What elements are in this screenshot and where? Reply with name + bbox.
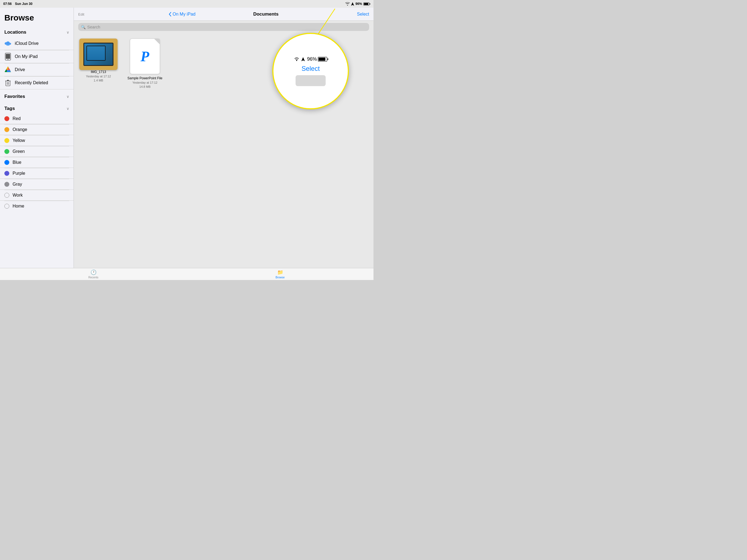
svg-point-2 [8, 59, 8, 60]
tag-work[interactable]: Work [0, 190, 74, 201]
sidebar-header: Browse [0, 8, 74, 25]
tag-blue-label: Blue [12, 160, 21, 165]
tag-gray-label: Gray [12, 182, 22, 187]
locations-section-header: Locations ∨ [0, 25, 74, 37]
tag-red[interactable]: Red [0, 113, 74, 124]
ipad-location-icon [4, 53, 11, 60]
locations-title: Locations [4, 29, 26, 35]
magnifier-status-row: 96% [294, 56, 327, 62]
sidebar: Browse Locations ∨ iCloud Drive On My iP… [0, 8, 74, 268]
magnifier-bg-element [295, 75, 326, 86]
tag-yellow[interactable]: Yellow [0, 135, 74, 146]
home-dot [4, 204, 9, 209]
file-ppt[interactable]: P Sample PowerPoint File Yesterday at 17… [126, 39, 164, 89]
tags-section-header: Tags ∨ [0, 101, 74, 113]
location-icon [351, 2, 354, 6]
status-date: Sun Jun 30 [15, 2, 32, 6]
drive-icon [4, 66, 11, 73]
favorites-section-header: Favorites ∨ [0, 90, 74, 101]
favorites-title: Favorites [4, 94, 25, 99]
magnifier-overlay: 96% Select [272, 33, 349, 109]
sidebar-item-ipad[interactable]: On My iPad [0, 50, 74, 63]
browse-title: Browse [4, 13, 69, 22]
browse-icon: 📁 [277, 269, 283, 275]
tag-home[interactable]: Home [0, 201, 74, 211]
magnifier-battery-percent: 96% [307, 56, 317, 62]
tags-chevron[interactable]: ∨ [67, 106, 69, 111]
tag-orange[interactable]: Orange [0, 124, 74, 135]
tag-purple-label: Purple [12, 171, 25, 176]
tag-orange-label: Orange [12, 127, 27, 132]
svg-rect-1 [6, 54, 10, 59]
locations-chevron[interactable]: ∨ [67, 30, 69, 34]
file-name-img1713: IMG_1713 [91, 70, 106, 74]
blue-dot [4, 160, 9, 165]
edit-button[interactable]: Edit [78, 12, 84, 17]
search-icon: 🔍 [81, 25, 85, 29]
svg-point-9 [296, 60, 297, 61]
tag-home-label: Home [12, 204, 24, 209]
search-bar: 🔍 Search [74, 21, 374, 33]
tag-blue[interactable]: Blue [0, 157, 74, 168]
drive-label: Drive [15, 67, 25, 72]
tag-work-label: Work [12, 193, 23, 198]
trash-icon [4, 79, 11, 86]
red-dot [4, 116, 9, 121]
magnifier-select-label: Select [302, 65, 320, 73]
tag-red-label: Red [12, 116, 21, 121]
tag-green[interactable]: Green [0, 146, 74, 157]
tags-title: Tags [4, 106, 15, 111]
tab-browse[interactable]: 📁 Browse [187, 269, 374, 279]
magnifier-battery-icon [318, 57, 328, 61]
deleted-label: Recently Deleted [15, 80, 48, 85]
sidebar-item-icloud[interactable]: iCloud Drive [0, 37, 74, 50]
recents-label: Recents [88, 276, 98, 279]
sidebar-item-drive[interactable]: Drive [0, 63, 74, 76]
status-bar: 07:56 Sun Jun 30 96% [0, 0, 374, 8]
green-dot [4, 149, 9, 154]
tag-green-label: Green [12, 149, 25, 154]
yellow-dot [4, 138, 9, 143]
status-time: 07:56 [3, 2, 12, 6]
ppt-thumbnail: P [130, 39, 160, 74]
wifi-icon [345, 2, 350, 5]
sidebar-item-deleted[interactable]: Recently Deleted [0, 77, 74, 90]
back-label: On My iPad [173, 12, 196, 17]
tag-yellow-label: Yellow [12, 138, 25, 143]
icloud-icon [4, 40, 11, 47]
search-input-wrap[interactable]: 🔍 Search [78, 23, 369, 31]
recents-icon: 🕐 [91, 269, 97, 275]
back-chevron-icon [169, 12, 172, 17]
select-button[interactable]: Select [336, 12, 369, 17]
tab-recents[interactable]: 🕐 Recents [0, 269, 187, 279]
favorites-chevron[interactable]: ∨ [67, 94, 69, 99]
tag-purple[interactable]: Purple [0, 168, 74, 179]
battery-icon [363, 2, 370, 5]
icloud-label: iCloud Drive [15, 41, 38, 46]
gray-dot [4, 182, 9, 187]
purple-dot [4, 171, 9, 176]
nav-title: Documents [253, 11, 279, 17]
work-dot [4, 193, 9, 198]
file-meta-img1713: Yesterday at 17:12 1.4 MB [86, 74, 111, 83]
nav-bar: Edit On My iPad Documents Select [74, 8, 374, 21]
tab-bar: 🕐 Recents 📁 Browse [0, 268, 374, 280]
ipad-label: On My iPad [15, 54, 38, 59]
back-button[interactable]: On My iPad [169, 12, 196, 17]
magnifier-location-icon [301, 57, 305, 61]
search-placeholder: Search [87, 25, 100, 29]
browse-label: Browse [276, 276, 285, 279]
file-meta-ppt: Yesterday at 17:12 14.8 MB [132, 81, 157, 89]
orange-dot [4, 127, 9, 132]
file-name-ppt: Sample PowerPoint File [127, 76, 162, 80]
file-img1713[interactable]: IMG_1713 Yesterday at 17:12 1.4 MB [79, 39, 118, 83]
magnifier-wifi-icon [294, 57, 299, 61]
battery-percent: 96% [356, 2, 362, 6]
img-thumbnail [79, 39, 118, 70]
tag-gray[interactable]: Gray [0, 179, 74, 190]
